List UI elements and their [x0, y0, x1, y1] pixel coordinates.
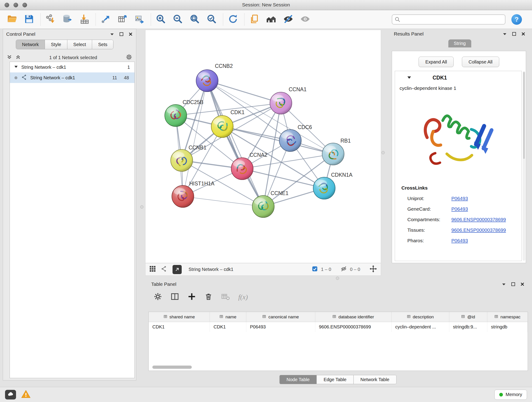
- help-button[interactable]: ?: [511, 14, 522, 25]
- show-all-button[interactable]: [298, 12, 312, 27]
- network-node-ccnb1[interactable]: [171, 149, 193, 172]
- network-from-table-button[interactable]: [116, 12, 129, 27]
- cloud-status-button[interactable]: [5, 390, 16, 400]
- tab-network-table[interactable]: Network Table: [353, 375, 396, 384]
- network-node-hist1h1a[interactable]: [172, 185, 194, 207]
- layout-home-button[interactable]: [265, 12, 278, 27]
- column-header-namespace[interactable]: namespac: [487, 312, 528, 322]
- tab-edge-table[interactable]: Edge Table: [317, 375, 354, 384]
- pan-crosshair-icon[interactable]: [369, 265, 377, 274]
- crosslink-link[interactable]: P06493: [451, 206, 468, 212]
- crosslink-link[interactable]: P06493: [451, 196, 468, 201]
- crosslink-link[interactable]: 9606.ENSP00000378699: [451, 227, 506, 233]
- zoom-window-button[interactable]: [22, 3, 27, 7]
- entry-disclosure-triangle-icon[interactable]: [407, 75, 412, 81]
- disclosure-triangle-icon[interactable]: [14, 65, 18, 70]
- add-column-icon[interactable]: [187, 292, 196, 302]
- tab-node-table[interactable]: Node Table: [279, 375, 317, 384]
- close-window-button[interactable]: [5, 3, 9, 7]
- tab-select[interactable]: Select: [67, 40, 92, 49]
- expand-all-button[interactable]: Expand All: [418, 57, 454, 67]
- detach-view-button[interactable]: [172, 265, 182, 274]
- zoom-fit-button[interactable]: [188, 12, 201, 27]
- cell-namespace[interactable]: stringdb: [487, 322, 528, 332]
- expand-all-networks-icon[interactable]: [7, 54, 12, 61]
- show-columns-icon[interactable]: [171, 292, 179, 302]
- horizontal-scrollbar-thumb[interactable]: [152, 366, 192, 369]
- grid-view-icon[interactable]: [149, 265, 156, 274]
- panel-close-icon[interactable]: [520, 282, 525, 287]
- column-header-id[interactable]: @id: [449, 312, 487, 322]
- cell-database-identifier[interactable]: 9606.ENSP00000378699: [315, 322, 392, 332]
- open-session-button[interactable]: [6, 12, 19, 27]
- results-tab-string[interactable]: String: [448, 39, 471, 47]
- network-edge[interactable]: [207, 81, 281, 103]
- function-builder-button[interactable]: f(x): [238, 293, 248, 301]
- network-edge[interactable]: [183, 196, 263, 206]
- refresh-button[interactable]: [226, 12, 240, 27]
- network-node-cdk1[interactable]: [211, 115, 233, 138]
- network-row-selected[interactable]: String Network – cdk1 11 48: [10, 72, 134, 83]
- cell-name[interactable]: CDK1: [210, 322, 246, 332]
- panel-close-icon[interactable]: [521, 32, 526, 36]
- network-node-ccna1[interactable]: [270, 92, 292, 114]
- cell-shared-name[interactable]: CDK1: [149, 322, 210, 332]
- column-header-description[interactable]: description: [392, 312, 449, 322]
- network-node-ccnb2[interactable]: [196, 70, 218, 92]
- cell-id[interactable]: stringdb:9...: [449, 322, 487, 332]
- tab-network[interactable]: Network: [16, 40, 45, 49]
- collapse-all-networks-icon[interactable]: [15, 54, 21, 61]
- save-session-button[interactable]: [22, 12, 36, 27]
- export-image-button[interactable]: [133, 12, 146, 27]
- collapse-all-button[interactable]: Collapse All: [462, 57, 499, 67]
- splitter-handle[interactable]: [140, 205, 143, 209]
- network-edge[interactable]: [183, 81, 207, 196]
- network-tools-button[interactable]: [99, 12, 112, 27]
- cell-description[interactable]: cyclin–dependent ...: [392, 322, 449, 332]
- results-scrollbar[interactable]: [523, 71, 525, 261]
- tab-sets[interactable]: Sets: [92, 40, 113, 49]
- search-input[interactable]: [392, 14, 505, 25]
- selected-checkbox-icon[interactable]: [312, 266, 318, 273]
- network-node-cdkn1a[interactable]: [313, 177, 335, 199]
- hidden-eye-slash-icon[interactable]: [341, 266, 347, 273]
- import-network-database-button[interactable]: [61, 12, 74, 27]
- memory-button[interactable]: Memory: [494, 390, 527, 400]
- panel-maximize-icon[interactable]: [119, 32, 124, 36]
- table-row[interactable]: CDK1 CDK1 P06493 9606.ENSP00000378699 cy…: [149, 322, 528, 332]
- panel-close-icon[interactable]: [128, 32, 133, 36]
- network-node-rb1[interactable]: [322, 143, 344, 165]
- panel-maximize-icon[interactable]: [511, 282, 515, 287]
- column-header-canonical-name[interactable]: canonical name: [246, 312, 315, 322]
- import-table-button[interactable]: [78, 12, 91, 27]
- column-header-database-identifier[interactable]: database identifier: [315, 312, 392, 322]
- delete-column-trash-icon[interactable]: [204, 293, 213, 302]
- splitter-handle[interactable]: [381, 151, 385, 154]
- panel-float-icon[interactable]: [109, 32, 114, 37]
- network-edge[interactable]: [242, 169, 324, 188]
- panel-float-icon[interactable]: [501, 282, 506, 287]
- network-node-cdc25b[interactable]: [165, 104, 187, 127]
- duplicate-annotation-button[interactable]: [248, 12, 261, 27]
- network-share-icon[interactable]: [161, 265, 167, 274]
- string-network-graph[interactable]: CCNB2CCNA1CDC25BCDK1CDC6RB1CCNB1CCNA2CDK…: [146, 30, 381, 263]
- tab-style[interactable]: Style: [45, 40, 67, 49]
- panel-maximize-icon[interactable]: [512, 32, 516, 36]
- network-node-ccna2[interactable]: [231, 158, 253, 180]
- zoom-selected-button[interactable]: [205, 12, 218, 27]
- network-canvas[interactable]: CCNB2CCNA1CDC25BCDK1CDC6RB1CCNB1CCNA2CDK…: [145, 30, 381, 263]
- warning-button[interactable]: [21, 389, 31, 400]
- network-collection-row[interactable]: String Network – cdk1 1: [10, 62, 134, 72]
- network-edge[interactable]: [222, 127, 333, 154]
- network-edge[interactable]: [207, 81, 263, 206]
- import-network-file-button[interactable]: [44, 12, 57, 27]
- column-header-name[interactable]: name: [210, 312, 246, 322]
- network-options-gear-icon[interactable]: [126, 54, 133, 61]
- network-node-ccne1[interactable]: [252, 196, 274, 217]
- crosslink-link[interactable]: P06493: [451, 238, 468, 243]
- crosslink-link[interactable]: 9606.ENSP00000378699: [451, 217, 506, 222]
- zoom-in-button[interactable]: [154, 12, 167, 27]
- network-node-cdc6[interactable]: [279, 129, 301, 152]
- minimize-window-button[interactable]: [13, 3, 18, 7]
- hide-selected-button[interactable]: [282, 12, 295, 27]
